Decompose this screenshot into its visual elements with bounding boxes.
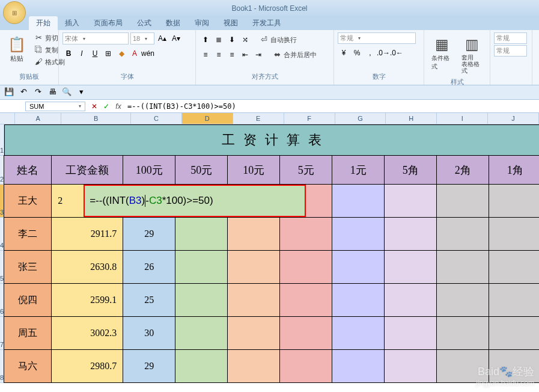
align-bot-button[interactable]: ⬇ — [226, 34, 238, 46]
hdr-2j[interactable]: 2角 — [436, 155, 489, 185]
cell-h5[interactable] — [384, 250, 437, 284]
cell-c5[interactable]: 26 — [123, 250, 175, 284]
formula-input[interactable] — [124, 102, 539, 111]
italic-button[interactable]: I — [76, 47, 88, 60]
cell-i5[interactable] — [436, 250, 489, 284]
cell-c7[interactable]: 30 — [123, 316, 175, 350]
border-button[interactable]: ⊞ — [102, 47, 114, 60]
cell-a5[interactable]: 张三 — [4, 250, 52, 284]
cell-f6[interactable] — [279, 283, 332, 317]
cell-g6[interactable] — [332, 283, 385, 317]
cell-f5[interactable] — [279, 250, 332, 284]
align-center-button[interactable]: ≡ — [213, 49, 225, 61]
cell-e8[interactable] — [227, 349, 280, 383]
cancel-icon[interactable]: ✕ — [89, 101, 100, 112]
cell-a8[interactable]: 马六 — [4, 349, 52, 383]
bold-button[interactable]: B — [62, 47, 75, 60]
cell-e5[interactable] — [227, 250, 280, 284]
enter-icon[interactable]: ✓ — [101, 101, 112, 112]
cell-g3[interactable] — [332, 184, 385, 218]
font-name-dropdown[interactable]: 宋体▾ — [62, 32, 129, 44]
cell-b8[interactable]: 2980.7 — [51, 349, 123, 383]
cell-i7[interactable] — [436, 316, 489, 350]
grow-font-button[interactable]: A▴ — [156, 32, 168, 44]
cell-i4[interactable] — [436, 217, 489, 251]
wrap-button[interactable]: ⏎自动换行 — [257, 34, 299, 46]
name-box[interactable]: SUM ▾ — [25, 102, 85, 111]
spreadsheet-grid[interactable]: A B C D E F G H I J 1 2 3 4 5 6 7 8 工资计算… — [0, 113, 539, 383]
col-header-e[interactable]: E — [233, 113, 284, 124]
cell-f7[interactable] — [279, 316, 332, 350]
underline-button[interactable]: U — [89, 47, 101, 60]
cell-g8[interactable] — [332, 349, 385, 383]
col-header-j[interactable]: J — [488, 113, 539, 124]
currency-button[interactable]: ¥ — [338, 47, 350, 59]
cell-d5[interactable] — [175, 250, 228, 284]
tab-view[interactable]: 视图 — [216, 16, 245, 30]
hdr-amount[interactable]: 工资金额 — [51, 155, 123, 185]
cell-g5[interactable] — [332, 250, 385, 284]
hdr-10[interactable]: 10元 — [227, 155, 280, 185]
col-header-a[interactable]: A — [15, 113, 61, 124]
align-mid-button[interactable]: ≣ — [213, 34, 225, 46]
cell-i3[interactable] — [436, 184, 489, 218]
cell-c4[interactable]: 29 — [123, 217, 175, 251]
tab-layout[interactable]: 页面布局 — [87, 16, 130, 30]
col-header-h[interactable]: H — [386, 113, 437, 124]
cell-b6[interactable]: 2599.1 — [51, 283, 123, 317]
cell-d4[interactable] — [175, 217, 228, 251]
style-normal-1[interactable]: 常规 — [494, 32, 527, 44]
dec-decimal-button[interactable]: .0← — [391, 47, 403, 59]
font-color-button[interactable]: A — [129, 47, 141, 60]
align-top-button[interactable]: ⬆ — [199, 34, 212, 46]
phonetic-button[interactable]: wén — [142, 47, 154, 60]
hdr-100[interactable]: 100元 — [123, 155, 175, 185]
align-right-button[interactable]: ≡ — [226, 49, 238, 61]
tab-home[interactable]: 开始 — [29, 16, 58, 30]
cell-d6[interactable] — [175, 283, 228, 317]
col-header-i[interactable]: I — [437, 113, 488, 124]
paste-button[interactable]: 📋 粘贴 — [4, 32, 30, 66]
row-header-1[interactable]: 1 — [0, 124, 4, 156]
hdr-50[interactable]: 50元 — [175, 155, 228, 185]
cell-h8[interactable] — [384, 349, 437, 383]
cell-h4[interactable] — [384, 217, 437, 251]
cell-a7[interactable]: 周五 — [4, 316, 52, 350]
cell-f8[interactable] — [279, 349, 332, 383]
hdr-1j[interactable]: 1角 — [489, 155, 539, 185]
redo-icon[interactable]: ↷ — [32, 87, 43, 98]
number-format-dropdown[interactable]: 常规▾ — [338, 32, 416, 44]
cell-b7[interactable]: 3002.3 — [51, 316, 123, 350]
cell-i6[interactable] — [436, 283, 489, 317]
cell-j6[interactable] — [489, 283, 539, 317]
cell-g4[interactable] — [332, 217, 385, 251]
cell-b4[interactable]: 2911.7 — [51, 217, 123, 251]
cond-format-button[interactable]: ▦ 条件格式 — [428, 32, 456, 73]
inc-decimal-button[interactable]: .0→ — [377, 47, 389, 59]
qat-more-icon[interactable]: ▾ — [76, 87, 87, 98]
cell-e7[interactable] — [227, 316, 280, 350]
cell-h3[interactable] — [384, 184, 437, 218]
cell-j5[interactable] — [489, 250, 539, 284]
fx-icon[interactable]: fx — [113, 101, 124, 112]
hdr-1[interactable]: 1元 — [332, 155, 385, 185]
cell-edit-overlay[interactable]: =--((INT(B3)-C3*100)>=50) — [84, 185, 306, 217]
cell-e4[interactable] — [227, 217, 280, 251]
cell-c8[interactable]: 29 — [123, 349, 175, 383]
tab-formula[interactable]: 公式 — [130, 16, 159, 30]
font-size-dropdown[interactable]: 18▾ — [130, 32, 154, 44]
office-button[interactable]: ⊞ — [3, 1, 26, 24]
indent-dec-button[interactable]: ⇤ — [239, 49, 251, 61]
merge-button[interactable]: ⬌合并后居中 — [270, 49, 318, 61]
cell-a6[interactable]: 倪四 — [4, 283, 52, 317]
style-normal-2[interactable]: 常规 — [494, 45, 527, 57]
percent-button[interactable]: % — [351, 47, 363, 59]
cell-j7[interactable] — [489, 316, 539, 350]
undo-icon[interactable]: ↶ — [18, 87, 29, 98]
table-format-button[interactable]: ▥ 套用 表格格式 — [458, 32, 486, 76]
cell-h7[interactable] — [384, 316, 437, 350]
cell-title[interactable]: 工资计算表 — [4, 124, 539, 156]
print-icon[interactable]: 🖶 — [47, 87, 58, 98]
cell-j3[interactable] — [489, 184, 539, 218]
indent-inc-button[interactable]: ⇥ — [252, 49, 264, 61]
